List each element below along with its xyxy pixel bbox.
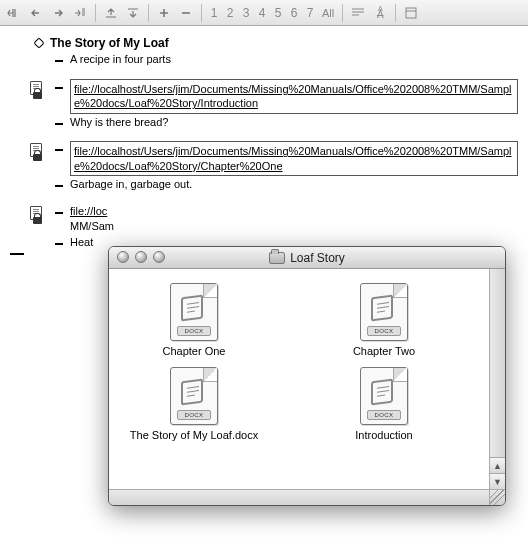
outline-toolbar: 1 2 3 4 5 6 7 All AA bbox=[0, 0, 528, 26]
end-of-doc-marker bbox=[10, 253, 24, 255]
docx-file-icon: DOCX bbox=[170, 283, 218, 341]
body-bullet-icon[interactable] bbox=[55, 243, 63, 245]
show-level-5[interactable]: 5 bbox=[271, 6, 285, 20]
separator bbox=[342, 4, 343, 22]
body-bullet-icon[interactable] bbox=[55, 149, 63, 151]
outline-subdoc-row[interactable]: file://localhost/Users/jim/Documents/Mis… bbox=[6, 141, 518, 176]
promote-button[interactable] bbox=[26, 3, 46, 23]
separator bbox=[95, 4, 96, 22]
close-window-button[interactable] bbox=[117, 251, 129, 263]
outline-body-text: Why is there bread? bbox=[70, 115, 518, 130]
promote-to-heading1-button[interactable] bbox=[4, 3, 24, 23]
show-formatting-button[interactable]: AA bbox=[370, 3, 390, 23]
file-label: Chapter Two bbox=[353, 345, 415, 357]
file-label: Chapter One bbox=[163, 345, 226, 357]
body-bullet-icon[interactable] bbox=[55, 87, 63, 89]
body-bullet-icon[interactable] bbox=[55, 212, 63, 214]
show-level-1[interactable]: 1 bbox=[207, 6, 221, 20]
finder-body[interactable]: DOCX Chapter One DOCX Chapter Two DOCX T… bbox=[109, 269, 489, 489]
vertical-scrollbar[interactable]: ▲ ▼ bbox=[489, 269, 505, 489]
docx-file-icon: DOCX bbox=[360, 283, 408, 341]
file-item[interactable]: DOCX Introduction bbox=[309, 367, 459, 441]
subdoc-link[interactable]: file://localhost/Users/jim/Documents/Mis… bbox=[74, 83, 512, 109]
show-level-2[interactable]: 2 bbox=[223, 6, 237, 20]
file-item[interactable]: DOCX Chapter Two bbox=[309, 283, 459, 357]
body-bullet-icon[interactable] bbox=[55, 123, 63, 125]
svg-rect-0 bbox=[406, 8, 416, 18]
outline-handle-icon[interactable] bbox=[33, 37, 44, 48]
horizontal-scrollbar[interactable] bbox=[109, 489, 489, 505]
document-map-button[interactable] bbox=[401, 3, 421, 23]
demote-to-body-button[interactable] bbox=[70, 3, 90, 23]
scroll-up-button[interactable]: ▲ bbox=[490, 457, 505, 473]
zoom-window-button[interactable] bbox=[153, 251, 165, 263]
outline-subdoc-row[interactable]: file://loc MM/Sam bbox=[6, 204, 518, 234]
show-level-4[interactable]: 4 bbox=[255, 6, 269, 20]
file-item[interactable]: DOCX The Story of My Loaf.docx bbox=[119, 367, 269, 441]
outline-body-text: Garbage in, garbage out. bbox=[70, 177, 518, 192]
folder-icon bbox=[269, 252, 285, 264]
window-controls bbox=[117, 251, 165, 263]
subdoc-link[interactable]: file://localhost/Users/jim/Documents/Mis… bbox=[74, 145, 512, 171]
scroll-down-button[interactable]: ▼ bbox=[490, 473, 505, 489]
subdoc-link-box: file://localhost/Users/jim/Documents/Mis… bbox=[70, 141, 518, 176]
separator bbox=[395, 4, 396, 22]
docx-file-icon: DOCX bbox=[360, 367, 408, 425]
body-bullet-icon[interactable] bbox=[55, 60, 63, 62]
demote-button[interactable] bbox=[48, 3, 68, 23]
docx-file-icon: DOCX bbox=[170, 367, 218, 425]
show-first-line-button[interactable] bbox=[348, 3, 368, 23]
subdoc-link-truncated-2: MM/Sam bbox=[70, 220, 114, 232]
finder-window[interactable]: Loaf Story DOCX Chapter One DOCX Chapter… bbox=[108, 246, 506, 506]
move-down-button[interactable] bbox=[123, 3, 143, 23]
separator bbox=[148, 4, 149, 22]
file-item[interactable]: DOCX Chapter One bbox=[119, 283, 269, 357]
finder-title: Loaf Story bbox=[109, 251, 505, 265]
minimize-window-button[interactable] bbox=[135, 251, 147, 263]
show-level-3[interactable]: 3 bbox=[239, 6, 253, 20]
collapse-button[interactable] bbox=[176, 3, 196, 23]
locked-subdocument-icon bbox=[30, 81, 44, 103]
outline-pane: The Story of My Loaf A recipe in four pa… bbox=[0, 26, 528, 259]
outline-subtitle-text: A recipe in four parts bbox=[70, 52, 518, 67]
outline-title-text: The Story of My Loaf bbox=[50, 35, 518, 51]
subdoc-link-truncated[interactable]: file://loc bbox=[70, 205, 107, 217]
finder-titlebar[interactable]: Loaf Story bbox=[109, 247, 505, 269]
file-label: Introduction bbox=[355, 429, 412, 441]
finder-title-text: Loaf Story bbox=[290, 251, 345, 265]
body-bullet-icon[interactable] bbox=[55, 185, 63, 187]
separator bbox=[201, 4, 202, 22]
locked-subdocument-icon bbox=[30, 143, 44, 165]
expand-button[interactable] bbox=[154, 3, 174, 23]
outline-subheading[interactable]: A recipe in four parts bbox=[6, 52, 518, 67]
outline-body-row[interactable]: Why is there bread? bbox=[6, 115, 518, 130]
move-up-button[interactable] bbox=[101, 3, 121, 23]
file-label: The Story of My Loaf.docx bbox=[130, 429, 258, 441]
show-level-6[interactable]: 6 bbox=[287, 6, 301, 20]
show-all-levels[interactable]: All bbox=[319, 7, 337, 19]
subdoc-link-box: file://localhost/Users/jim/Documents/Mis… bbox=[70, 79, 518, 114]
resize-handle[interactable] bbox=[489, 489, 505, 505]
outline-heading[interactable]: The Story of My Loaf bbox=[6, 35, 518, 51]
show-level-7[interactable]: 7 bbox=[303, 6, 317, 20]
finder-icon-grid: DOCX Chapter One DOCX Chapter Two DOCX T… bbox=[109, 269, 489, 455]
locked-subdocument-icon bbox=[30, 206, 44, 228]
outline-subdoc-row[interactable]: file://localhost/Users/jim/Documents/Mis… bbox=[6, 79, 518, 114]
outline-body-row[interactable]: Garbage in, garbage out. bbox=[6, 177, 518, 192]
